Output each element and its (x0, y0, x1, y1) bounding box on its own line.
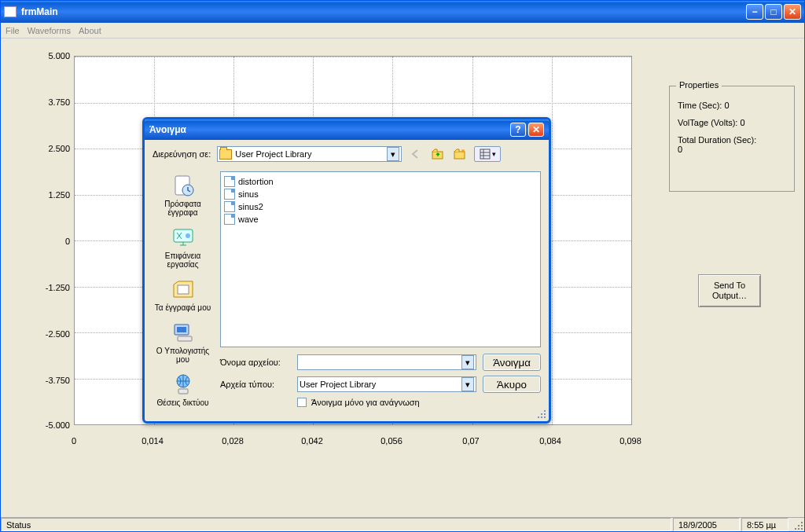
svg-point-9 (186, 233, 190, 238)
svg-rect-13 (178, 336, 192, 341)
chevron-down-icon[interactable]: ▾ (461, 355, 474, 369)
ytick: 5.000 (7, 51, 70, 61)
back-icon[interactable] (408, 146, 424, 162)
minimize-button[interactable]: − (746, 4, 763, 20)
my-documents-icon (171, 277, 196, 302)
xtick: 0,07 (451, 436, 491, 446)
status-date: 18/9/2005 (673, 518, 740, 531)
maximize-button[interactable]: □ (765, 4, 782, 20)
chevron-down-icon: ▾ (492, 150, 496, 158)
cancel-button[interactable]: Άκυρο (483, 376, 541, 393)
place-mydocs[interactable]: Τα έγγραφά μου (152, 277, 215, 312)
properties-panel: Properties Time (Sec): 0 VolTage (Volts)… (669, 86, 795, 192)
network-places-icon (171, 372, 196, 397)
lookin-combo[interactable]: User Project Library ▾ (217, 146, 402, 162)
client-area: 5.000 3.750 2.500 1.250 0 -1.250 -2.500 … (1, 39, 804, 517)
open-dialog: Άνοιγμα ? ✕ Διερεύνηση σε: User Project … (142, 117, 551, 424)
resize-grip-icon[interactable] (536, 409, 547, 420)
filetype-value: User Project Library (300, 380, 461, 389)
file-item[interactable]: sinus2 (224, 200, 537, 213)
main-window: frmMain − □ ✕ File Waveforms About (0, 0, 805, 532)
prop-duration: Total Duration (Sec): 0 (678, 135, 786, 154)
ytick: -1.250 (7, 283, 70, 292)
xtick: 0,042 (292, 436, 332, 446)
properties-heading: Properties (676, 80, 722, 90)
xtick: 0 (54, 436, 94, 446)
ytick: -2.500 (7, 329, 70, 339)
ytick: 0 (7, 237, 70, 246)
desktop-icon (171, 225, 196, 250)
xtick: 0,056 (372, 436, 411, 446)
titlebar: frmMain − □ ✕ (1, 1, 804, 23)
status-text: Status (1, 518, 671, 531)
place-network[interactable]: Θέσεις δικτύου (152, 372, 215, 407)
file-icon (224, 176, 235, 187)
up-one-level-icon[interactable] (430, 146, 446, 162)
ytick: -3.750 (7, 376, 70, 385)
ytick: 2.500 (7, 144, 70, 153)
menubar: File Waveforms About (1, 23, 804, 39)
dialog-help-button[interactable]: ? (510, 123, 526, 137)
file-item[interactable]: sinus (224, 188, 537, 200)
filetype-combo[interactable]: User Project Library ▾ (297, 376, 476, 392)
recent-docs-icon (171, 173, 196, 198)
send-to-output-button[interactable]: Send To Output… (698, 274, 761, 307)
places-bar: Πρόσφατα έγγραφα Επιφάνεια εργασίας Τα έ… (149, 171, 216, 416)
ytick: 1.250 (7, 190, 70, 200)
file-icon (224, 201, 235, 212)
svg-rect-10 (178, 285, 189, 294)
place-mycomputer[interactable]: Ο Υπολογιστής μου (152, 320, 215, 364)
filetype-label: Αρχεία τύπου: (220, 380, 291, 389)
view-menu-button[interactable]: ▾ (474, 146, 501, 162)
svg-rect-1 (454, 152, 465, 159)
svg-rect-2 (480, 149, 490, 159)
ytick: -5.000 (7, 420, 70, 430)
readonly-label: Άνοιγμα μόνο για ανάγνωση (311, 398, 420, 407)
chevron-down-icon[interactable]: ▾ (387, 147, 399, 161)
window-title: frmMain (21, 6, 746, 17)
dialog-close-button[interactable]: ✕ (528, 123, 544, 137)
statusbar: Status 18/9/2005 8:55 µµ (1, 517, 804, 531)
file-item[interactable]: wave (224, 213, 537, 226)
resize-grip-icon[interactable] (790, 518, 804, 531)
chevron-down-icon[interactable]: ▾ (461, 377, 474, 391)
menu-file[interactable]: File (6, 26, 20, 35)
prop-voltage: VolTage (Volts): 0 (678, 118, 786, 127)
file-item[interactable]: distortion (224, 175, 537, 188)
place-desktop[interactable]: Επιφάνεια εργασίας (152, 225, 215, 269)
filename-label: Όνομα αρχείου: (220, 358, 291, 367)
menu-waveforms[interactable]: Waveforms (28, 26, 71, 35)
my-computer-icon (171, 320, 196, 345)
filename-input[interactable]: ▾ (297, 354, 476, 370)
file-icon (224, 214, 235, 225)
readonly-checkbox[interactable] (297, 398, 307, 407)
status-time: 8:55 µµ (741, 518, 788, 531)
ytick: 3.750 (7, 97, 70, 107)
svg-rect-12 (177, 327, 186, 332)
close-button[interactable]: ✕ (784, 4, 801, 20)
file-icon (224, 189, 235, 200)
place-recent[interactable]: Πρόσφατα έγγραφα (152, 173, 215, 217)
file-list[interactable]: distortion sinus sinus2 wave (220, 171, 541, 347)
xtick: 0,028 (213, 436, 252, 446)
prop-time: Time (Sec): 0 (678, 101, 786, 110)
svg-rect-15 (178, 389, 188, 394)
lookin-label: Διερεύνηση σε: (153, 149, 211, 159)
menu-about[interactable]: About (79, 26, 101, 35)
app-icon (4, 6, 17, 17)
new-folder-icon[interactable] (452, 146, 468, 162)
folder-icon (219, 149, 232, 160)
xtick: 0,084 (531, 436, 570, 446)
lookin-value: User Project Library (235, 149, 387, 159)
xtick: 0,014 (133, 436, 172, 446)
dialog-title: Άνοιγμα (149, 124, 508, 135)
xtick: 0,098 (611, 436, 650, 446)
open-button[interactable]: Άνοιγμα (483, 354, 541, 371)
dialog-titlebar: Άνοιγμα ? ✕ (145, 119, 549, 140)
